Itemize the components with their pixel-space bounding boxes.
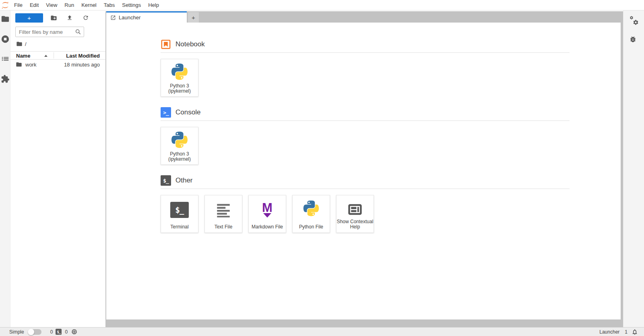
card-label: Terminal xyxy=(161,224,198,232)
new-tab-button[interactable]: + xyxy=(188,12,199,23)
file-row-work[interactable]: work 18 minutes ago xyxy=(10,60,105,69)
extension-manager-icon[interactable] xyxy=(1,75,10,83)
filter-files-box xyxy=(15,27,84,37)
python-logo-icon xyxy=(169,63,190,83)
section-title: Notebook xyxy=(175,40,205,48)
console-glyph: >_ xyxy=(163,110,169,116)
card-python-file[interactable]: Python File xyxy=(292,195,330,233)
terminal-glyph: $_ xyxy=(57,330,60,334)
section-title: Console xyxy=(175,108,200,116)
card-icon: M xyxy=(262,199,272,220)
file-browser-icon[interactable] xyxy=(1,15,10,23)
section-header-other: $_ Other xyxy=(161,175,570,189)
menu-bar: File Edit View Run Kernel Tabs Settings … xyxy=(0,0,644,10)
card-label: Markdown File xyxy=(249,224,286,232)
jupyter-logo-icon xyxy=(0,1,10,10)
gears-icon xyxy=(629,16,639,25)
card-label: Text File xyxy=(205,224,242,232)
column-header-name[interactable]: Name xyxy=(16,53,30,59)
card-console-python3[interactable]: Python 3 (ipykernel) xyxy=(161,127,198,165)
table-of-contents-icon[interactable] xyxy=(1,54,10,63)
kernels-count: 0 xyxy=(65,329,68,335)
card-markdown-file[interactable]: M Markdown File xyxy=(248,195,286,233)
menu-settings[interactable]: Settings xyxy=(118,0,144,10)
card-icon xyxy=(169,63,190,83)
bell-icon[interactable] xyxy=(632,329,638,335)
menu-kernel[interactable]: Kernel xyxy=(78,0,100,10)
toggle-knob xyxy=(28,329,34,335)
search-icon xyxy=(75,29,81,35)
menu-run[interactable]: Run xyxy=(61,0,78,10)
console-cards: Python 3 (ipykernel) xyxy=(161,127,570,165)
file-browser-panel: + / Name Last Modified work 18 minutes a… xyxy=(10,10,105,327)
menu-file[interactable]: File xyxy=(10,0,26,10)
status-bar: Simple 0 $_ 0 Launcher 1 xyxy=(0,327,644,336)
dock-panel: Launcher + Notebook Python 3 (ipykernel) xyxy=(105,10,623,327)
refresh-button[interactable] xyxy=(78,13,94,23)
python-logo-icon xyxy=(169,131,190,151)
simple-mode-label: Simple xyxy=(9,329,24,335)
filter-files-input[interactable] xyxy=(16,29,75,35)
markdown-arrow xyxy=(263,213,271,218)
card-label: Python 3 (ipykernel) xyxy=(161,151,198,165)
card-text-file[interactable]: Text File xyxy=(204,195,242,233)
running-sessions-icon[interactable] xyxy=(1,35,10,44)
file-last-modified: 18 minutes ago xyxy=(64,62,100,68)
card-notebook-python3[interactable]: Python 3 (ipykernel) xyxy=(161,59,198,97)
debugger-button[interactable] xyxy=(629,35,639,45)
text-file-icon xyxy=(215,201,232,218)
menu-help[interactable]: Help xyxy=(144,0,163,10)
card-icon xyxy=(301,199,321,220)
menu-view[interactable]: View xyxy=(42,0,61,10)
upload-icon xyxy=(66,15,73,21)
file-list-header: Name Last Modified xyxy=(10,51,105,60)
notebook-cards: Python 3 (ipykernel) xyxy=(161,59,570,97)
card-show-contextual-help[interactable]: Show Contextual Help xyxy=(336,195,374,233)
kernel-status-icon[interactable] xyxy=(71,328,78,335)
plus-icon: + xyxy=(27,15,31,21)
new-folder-button[interactable] xyxy=(45,13,62,23)
terminal-glyph: $_ xyxy=(163,178,169,184)
terminal-icon: $_ xyxy=(170,202,189,218)
section-title: Other xyxy=(175,176,193,185)
terminal-status-icon[interactable]: $_ xyxy=(56,329,62,335)
menu-tabs[interactable]: Tabs xyxy=(100,0,118,10)
notifications-count: 1 xyxy=(625,329,627,335)
terminals-count: 0 xyxy=(50,329,53,335)
notebook-icon xyxy=(161,39,171,50)
card-label: Show Contextual Help xyxy=(336,219,374,232)
section-header-notebook: Notebook xyxy=(161,39,570,53)
sort-ascending-icon xyxy=(44,55,47,57)
section-header-console: >_ Console xyxy=(161,107,570,121)
file-browser-toolbar: + xyxy=(15,13,102,23)
launcher-tab-icon xyxy=(110,15,116,21)
menu-edit[interactable]: Edit xyxy=(26,0,42,10)
card-icon xyxy=(346,199,364,219)
property-inspector-button[interactable] xyxy=(629,16,639,25)
markdown-icon: M xyxy=(262,202,272,218)
launcher-body: Notebook Python 3 (ipykernel) >_ Console xyxy=(106,23,621,319)
upload-button[interactable] xyxy=(62,13,78,23)
home-folder-icon[interactable] xyxy=(16,41,23,47)
card-icon xyxy=(169,131,190,151)
console-icon: >_ xyxy=(161,107,171,118)
launcher-panel: Notebook Python 3 (ipykernel) >_ Console xyxy=(106,23,621,319)
right-activity-bar xyxy=(623,10,644,327)
new-folder-icon xyxy=(50,15,57,21)
card-icon xyxy=(215,199,232,220)
simple-mode-toggle[interactable] xyxy=(28,329,41,335)
terminal-icon: $_ xyxy=(161,175,171,186)
column-header-last-modified[interactable]: Last Modified xyxy=(66,53,100,59)
card-label: Python 3 (ipykernel) xyxy=(161,83,198,97)
card-terminal[interactable]: $_ Terminal xyxy=(161,195,198,233)
file-name: work xyxy=(25,62,36,68)
python-logo-icon xyxy=(301,200,321,220)
tab-bar: Launcher + xyxy=(106,11,623,23)
contextual-help-icon xyxy=(346,201,364,218)
tab-launcher[interactable]: Launcher xyxy=(106,11,187,23)
card-label: Python File xyxy=(293,224,330,232)
other-cards: $_ Terminal Text File M xyxy=(161,195,570,233)
new-launcher-button[interactable]: + xyxy=(15,13,43,23)
folder-icon xyxy=(16,61,22,68)
tab-launcher-label: Launcher xyxy=(119,15,140,21)
